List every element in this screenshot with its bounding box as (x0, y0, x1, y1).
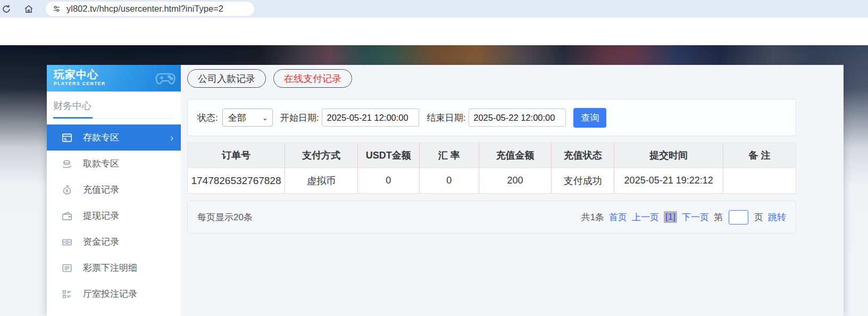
cell-order-number: 1747826532767828 (188, 168, 285, 194)
col-recharge-amount: 充值金额 (479, 143, 552, 168)
sidebar-item-label: 资金记录 (83, 236, 119, 248)
payment-records-table: 订单号 支付方式 USDT金额 汇 率 充值金额 充值状态 提交时间 备 注 1… (187, 143, 796, 194)
status-select[interactable]: 全部 ⌄ (222, 109, 273, 127)
chevron-right-icon: › (170, 133, 173, 143)
current-page-indicator: [1] (664, 211, 677, 223)
sidebar-item-fund-records[interactable]: 资金记录 (47, 229, 181, 255)
sidebar-item-recharge-records[interactable]: 充值记录 (47, 177, 181, 203)
sidebar-item-label: 厅室投注记录 (83, 288, 137, 300)
start-date-label: 开始日期: (280, 112, 319, 124)
page-top-strip (0, 18, 868, 45)
table-header-row: 订单号 支付方式 USDT金额 汇 率 充值金额 充值状态 提交时间 备 注 (188, 143, 796, 168)
reload-icon[interactable] (1, 4, 12, 14)
user-center-panel: 玩家中心 PLAYERS CENTER 财务中心 存款专区 › (47, 65, 844, 316)
tab-company-deposit-records[interactable]: 公司入款记录 (187, 69, 266, 88)
page-jump-button[interactable]: 跳转 (768, 211, 786, 223)
document-lines-icon (61, 262, 73, 274)
sidebar-item-label: 提现记录 (83, 210, 119, 222)
start-date-input[interactable] (322, 109, 419, 127)
next-page-link[interactable]: 下一页 (682, 211, 709, 223)
site-settings-icon[interactable] (52, 4, 61, 13)
main-content: 公司入款记录 在线支付记录 状态: 全部 ⌄ 开始日期: 结束日期: 查询 订单… (181, 65, 844, 316)
cell-recharge-status: 支付成功 (552, 168, 614, 194)
wallet-icon (61, 210, 73, 222)
url-text[interactable]: yl802.tv/hhcp/usercenter.html?iniType=2 (66, 4, 223, 14)
jump-prefix-label: 第 (714, 211, 723, 223)
players-center-banner: 玩家中心 PLAYERS CENTER (47, 65, 181, 92)
gamepad-icon (154, 66, 177, 90)
status-label: 状态: (197, 112, 218, 124)
cell-payment-method: 虚拟币 (285, 168, 357, 194)
cell-recharge-amount: 200 (479, 168, 552, 194)
withdraw-hand-icon (61, 158, 73, 170)
sidebar-item-withdraw-zone[interactable]: 取款专区 (47, 151, 181, 177)
col-payment-method: 支付方式 (285, 143, 357, 168)
sidebar-item-deposit-zone[interactable]: 存款专区 › (47, 124, 181, 151)
page-size-text: 每页显示20条 (197, 211, 253, 223)
cell-exchange-rate: 0 (419, 168, 479, 194)
cell-remarks (723, 168, 796, 194)
total-count-text: 共1条 (581, 211, 604, 223)
tab-online-payment-records[interactable]: 在线支付记录 (273, 69, 352, 88)
browser-toolbar: yl802.tv/hhcp/usercenter.html?iniType=2 (0, 0, 868, 18)
sidebar-menu: 存款专区 › 取款专区 充值 (47, 124, 181, 307)
col-order-number: 订单号 (188, 143, 285, 168)
record-tabs: 公司入款记录 在线支付记录 (187, 69, 844, 88)
sidebar-item-lottery-bet-details[interactable]: 彩票下注明细 (47, 255, 181, 281)
address-bar[interactable]: yl802.tv/hhcp/usercenter.html?iniType=2 (46, 2, 254, 16)
page-jump-input[interactable] (729, 210, 748, 224)
sidebar-item-label: 取款专区 (83, 157, 119, 170)
section-title-finance-center: 财务中心 (47, 92, 181, 117)
deposit-card-icon (61, 132, 73, 144)
search-button[interactable]: 查询 (573, 108, 606, 128)
jump-suffix-label: 页 (754, 211, 763, 223)
prev-page-link[interactable]: 上一页 (632, 211, 659, 223)
filter-panel: 状态: 全部 ⌄ 开始日期: 结束日期: 查询 (187, 99, 796, 136)
col-submit-time: 提交时间 (614, 143, 723, 168)
col-usdt-amount: USDT金额 (357, 143, 419, 168)
table-row: 1747826532767828 虚拟币 0 0 200 支付成功 2025-0… (188, 168, 796, 194)
section-divider (53, 117, 174, 119)
cash-icon (61, 236, 73, 248)
cell-submit-time: 2025-05-21 19:22:12 (614, 168, 723, 194)
cell-usdt-amount: 0 (357, 168, 419, 194)
status-select-value: 全部 (228, 112, 246, 124)
chevron-down-icon: ⌄ (262, 114, 268, 122)
pagination-controls: 共1条 首页 上一页 [1] 下一页 第 页 跳转 (581, 210, 786, 224)
sidebar-item-withdrawal-records[interactable]: 提现记录 (47, 203, 181, 229)
sidebar-item-hall-bet-records[interactable]: 厅室投注记录 (47, 281, 181, 307)
sidebar-item-label: 充值记录 (83, 184, 119, 196)
sidebar: 玩家中心 PLAYERS CENTER 财务中心 存款专区 › (47, 65, 181, 316)
col-recharge-status: 充值状态 (552, 143, 614, 168)
sidebar-item-label: 彩票下注明细 (83, 262, 137, 274)
first-page-link[interactable]: 首页 (609, 211, 627, 223)
pagination-bar: 每页显示20条 共1条 首页 上一页 [1] 下一页 第 页 跳转 (187, 201, 796, 234)
moneybag-icon (61, 184, 73, 196)
checklist-icon (61, 288, 73, 300)
col-exchange-rate: 汇 率 (419, 143, 479, 168)
col-remarks: 备 注 (723, 143, 796, 168)
home-icon[interactable] (23, 4, 34, 14)
end-date-label: 结束日期: (427, 112, 465, 124)
end-date-input[interactable] (469, 109, 566, 127)
sidebar-item-label: 存款专区 (83, 131, 119, 144)
